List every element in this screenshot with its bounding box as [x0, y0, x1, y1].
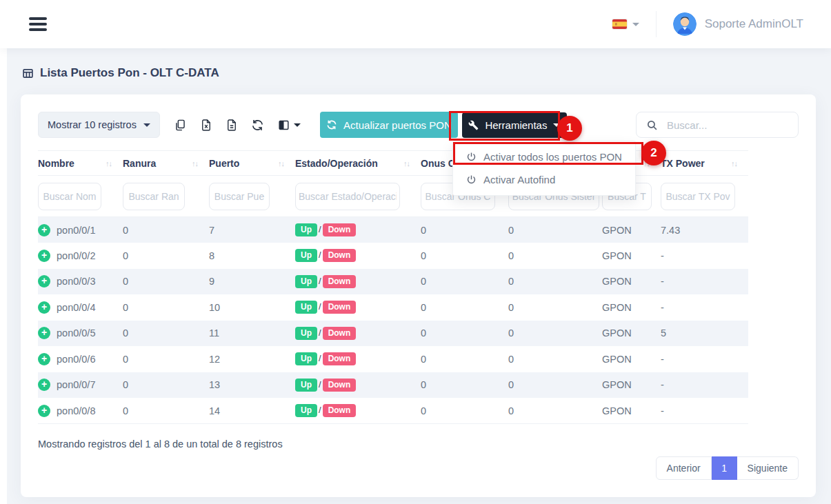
- user-menu[interactable]: Soporte AdminOLT: [673, 12, 803, 36]
- chevron-down-icon: [143, 123, 150, 127]
- sort-arrows-icon[interactable]: ↑↓: [106, 159, 112, 168]
- onus-cell: 0: [421, 243, 508, 269]
- refresh-pon-ports-button[interactable]: Actualizar puertos PON: [320, 112, 458, 138]
- sort-arrows-icon[interactable]: ↑↓: [278, 159, 284, 168]
- pagination-page-1[interactable]: 1: [712, 456, 737, 480]
- slot-cell: 0: [123, 321, 209, 347]
- menu-item-activate-autofind[interactable]: Activar Autofind: [453, 168, 635, 191]
- column-filter-input[interactable]: [209, 183, 270, 210]
- column-filter-input[interactable]: [123, 183, 185, 210]
- pagination-previous[interactable]: Anterior: [656, 456, 712, 480]
- badge-separator: /: [319, 250, 321, 260]
- slot-cell: 0: [123, 217, 209, 243]
- expand-row-plus-icon[interactable]: +: [38, 250, 50, 262]
- column-header[interactable]: Puerto↑↓: [209, 151, 295, 176]
- menu-item-label: Activar Autofind: [483, 174, 555, 185]
- column-header[interactable]: TX Power↑↓: [661, 151, 748, 176]
- sort-arrows-icon[interactable]: ↑↓: [731, 159, 737, 168]
- status-up-badge: Up: [295, 379, 317, 392]
- screen: Soporte AdminOLT Lista Puertos Pon - OLT…: [0, 0, 831, 504]
- column-visibility-button[interactable]: [277, 119, 301, 132]
- onus-cell: 0: [421, 269, 508, 295]
- power-icon: [466, 152, 477, 162]
- file-export-button[interactable]: [226, 119, 238, 132]
- pagination-next[interactable]: Siguiente: [737, 456, 799, 480]
- menu-item-label: Activar todos los puertos PON: [483, 151, 622, 163]
- tx-cell: -: [661, 269, 748, 295]
- copy-icon: [174, 119, 187, 132]
- table-columns-icon: [277, 119, 290, 132]
- expand-row-plus-icon[interactable]: +: [38, 301, 50, 314]
- slot-cell: 0: [123, 294, 209, 321]
- port-name: pon0/0/8: [57, 405, 95, 416]
- sidebar-toggle-button[interactable]: [28, 12, 48, 37]
- port-name: pon0/0/4: [57, 302, 95, 313]
- table-row: +pon0/0/107Up/Down00GPON7.43: [38, 217, 748, 243]
- column-header-label: Nombre: [38, 158, 74, 169]
- copy-button[interactable]: [174, 119, 187, 132]
- table-toolbar: Mostrar 10 registros: [38, 112, 799, 138]
- slot-cell: 0: [123, 269, 209, 295]
- type-cell: GPON: [602, 398, 661, 424]
- page-length-dropdown[interactable]: Mostrar 10 registros: [38, 112, 160, 138]
- top-navbar: Soporte AdminOLT: [0, 0, 831, 48]
- expand-row-plus-icon[interactable]: +: [38, 379, 50, 391]
- sort-arrows-icon[interactable]: ↑↓: [192, 159, 198, 168]
- tx-cell: -: [661, 243, 748, 269]
- status-down-badge: Down: [323, 249, 357, 262]
- column-header[interactable]: Nombre↑↓: [38, 151, 123, 176]
- spain-flag-icon: [612, 19, 627, 29]
- reload-table-button[interactable]: [251, 119, 264, 132]
- slot-cell: 0: [123, 372, 209, 399]
- language-dropdown[interactable]: [612, 19, 639, 29]
- wrench-icon: [468, 120, 479, 130]
- port-name: pon0/0/6: [57, 354, 95, 365]
- status-up-badge: Up: [295, 352, 317, 365]
- port-name: pon0/0/2: [57, 250, 95, 261]
- column-filter-input[interactable]: [38, 183, 101, 210]
- pagination: Anterior 1 Siguiente: [656, 456, 799, 480]
- slot-cell: 0: [123, 346, 209, 372]
- badge-separator: /: [319, 379, 321, 390]
- expand-row-plus-icon[interactable]: +: [38, 327, 50, 339]
- table-filter-row: [38, 176, 748, 217]
- file-text-icon: [226, 119, 238, 132]
- badge-separator: /: [319, 353, 321, 363]
- excel-export-button[interactable]: [200, 119, 212, 132]
- expand-row-plus-icon[interactable]: +: [38, 405, 50, 417]
- port-name: pon0/0/3: [57, 276, 95, 287]
- expand-row-plus-icon[interactable]: +: [38, 224, 50, 236]
- annotation-step-1-badge: 1: [557, 116, 582, 141]
- status-down-badge: Down: [323, 352, 357, 365]
- column-header[interactable]: Ranura↑↓: [123, 151, 209, 176]
- slot-cell: 0: [123, 243, 209, 269]
- status-up-badge: Up: [295, 404, 317, 417]
- sort-arrows-icon[interactable]: ↑↓: [403, 159, 410, 168]
- expand-row-plus-icon[interactable]: +: [38, 275, 50, 288]
- type-cell: GPON: [602, 269, 661, 295]
- power-icon: [466, 174, 477, 185]
- refresh-icon: [326, 119, 337, 130]
- user-avatar: [673, 12, 697, 36]
- status-cell: Up/Down: [295, 294, 421, 321]
- expand-row-plus-icon[interactable]: +: [38, 353, 50, 365]
- pon-ports-table: Nombre↑↓Ranura↑↓Puerto↑↓Estado/Operación…: [38, 150, 748, 424]
- status-down-badge: Down: [323, 223, 357, 236]
- column-filter-input[interactable]: [295, 183, 400, 210]
- onus-cell: 0: [421, 321, 508, 347]
- table-row: +pon0/0/5011Up/Down00GPON5: [38, 321, 748, 347]
- port-cell: 13: [209, 372, 295, 399]
- port-name: pon0/0/7: [57, 379, 95, 390]
- chevron-down-icon: [632, 23, 639, 26]
- type-cell: GPON: [602, 217, 661, 243]
- tools-button[interactable]: Herramientas: [462, 112, 567, 138]
- menu-item-activate-all-pon-ports[interactable]: Activar todos los puertos PON: [453, 145, 635, 168]
- port-name: pon0/0/1: [57, 225, 95, 236]
- status-up-badge: Up: [295, 223, 317, 236]
- badge-separator: /: [319, 301, 321, 312]
- port-name-cell: +pon0/0/2: [38, 243, 123, 269]
- port-name-cell: +pon0/0/7: [38, 372, 123, 399]
- column-header[interactable]: Estado/Operación↑↓: [295, 151, 421, 176]
- column-filter-input[interactable]: [661, 183, 735, 210]
- search-input[interactable]: [665, 119, 776, 132]
